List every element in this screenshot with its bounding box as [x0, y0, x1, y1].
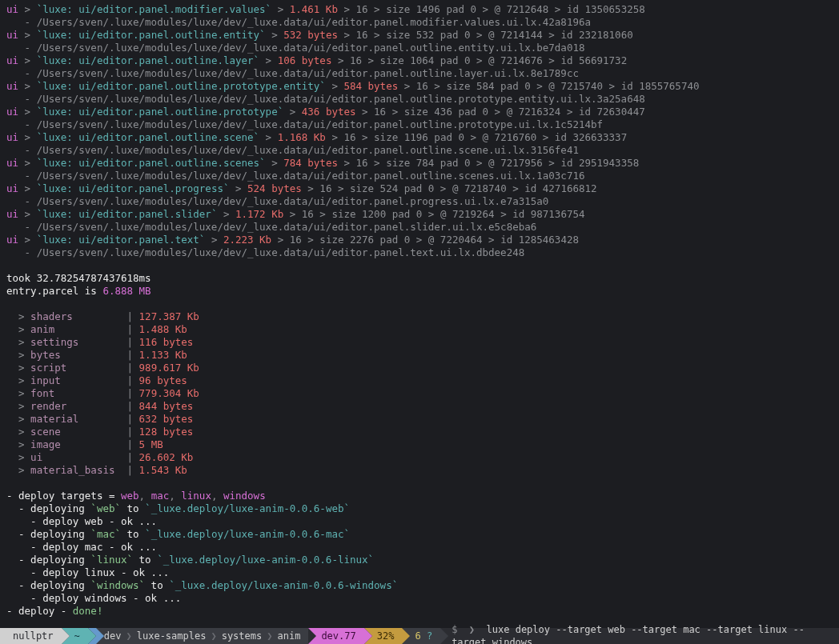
log-line: ui > `luxe: ui/editor.panel.outline.scen… — [6, 131, 833, 144]
log-line: > material | 632 bytes — [6, 413, 833, 426]
log-line: ui > `luxe: ui/editor.panel.progress` > … — [6, 182, 833, 195]
log-line: > material_basis | 1.543 Kb — [6, 464, 833, 477]
log-line: > shaders | 127.387 Kb — [6, 310, 833, 323]
log-line: took 32.78254787437618ms — [6, 272, 833, 285]
log-line: - /Users/sven/.luxe/modules/luxe/dev/_lu… — [6, 170, 833, 182]
log-line: ui > `luxe: ui/editor.panel.outline.enti… — [6, 29, 833, 42]
log-line: - deploy targets = web, mac, linux, wind… — [6, 490, 833, 502]
breadcrumb-item: dev — [104, 630, 122, 642]
log-line — [6, 298, 833, 310]
log-line: - /Users/sven/.luxe/modules/luxe/dev/_lu… — [6, 42, 833, 54]
status-host: nullptr — [0, 628, 62, 644]
status-bar: nullptr ~ dev ❯ luxe-samples ❯ systems ❯… — [0, 628, 839, 644]
log-line: - /Users/sven/.luxe/modules/luxe/dev/_lu… — [6, 93, 833, 106]
status-branch: dev.77 — [308, 628, 363, 644]
log-line: > render | 844 bytes — [6, 400, 833, 413]
log-line: ui > `luxe: ui/editor.panel.slider` > 1.… — [6, 208, 833, 221]
log-line: ui > `luxe: ui/editor.panel.outline.prot… — [6, 80, 833, 93]
log-line: > settings | 116 bytes — [6, 336, 833, 349]
log-line: - deploy mac - ok ... — [6, 541, 833, 554]
log-line: - deploying `web` to `_luxe.deploy/luxe-… — [6, 502, 833, 515]
log-line: > anim | 1.488 Kb — [6, 323, 833, 336]
log-line: - deploying `windows` to `_luxe.deploy/l… — [6, 579, 833, 592]
breadcrumb-item: systems — [222, 630, 263, 642]
breadcrumb-item: luxe-samples — [137, 630, 207, 642]
log-line: > image | 5 MB — [6, 438, 833, 451]
log-line: > font | 779.304 Kb — [6, 387, 833, 400]
log-line — [6, 259, 833, 272]
log-line: - deploying `mac` to `_luxe.deploy/luxe-… — [6, 528, 833, 541]
log-line: ui > `luxe: ui/editor.panel.outline.scen… — [6, 157, 833, 170]
log-line: > ui | 26.602 Kb — [6, 451, 833, 464]
log-line: - /Users/sven/.luxe/modules/luxe/dev/_lu… — [6, 195, 833, 208]
breadcrumb-item: anim — [277, 630, 300, 642]
log-line: - deploy linux - ok ... — [6, 566, 833, 579]
log-line — [6, 477, 833, 490]
typed-command: luxe deploy --target web --target mac --… — [452, 624, 805, 644]
log-line: - deploy - done! — [6, 605, 833, 618]
log-line: - /Users/sven/.luxe/modules/luxe/dev/_lu… — [6, 221, 833, 234]
status-breadcrumb: dev ❯ luxe-samples ❯ systems ❯ anim — [96, 628, 309, 644]
log-line: > scene | 128 bytes — [6, 426, 833, 438]
log-line: > bytes | 1.133 Kb — [6, 349, 833, 362]
log-line: ui > `luxe: ui/editor.panel.text` > 2.22… — [6, 234, 833, 246]
log-line: > script | 989.617 Kb — [6, 362, 833, 374]
log-line: ui > `luxe: ui/editor.panel.modifier.val… — [6, 3, 833, 16]
terminal-output[interactable]: ui > `luxe: ui/editor.panel.modifier.val… — [0, 0, 839, 618]
log-line: - /Users/sven/.luxe/modules/luxe/dev/_lu… — [6, 118, 833, 131]
log-line: ui > `luxe: ui/editor.panel.outline.laye… — [6, 54, 833, 67]
log-line: entry.parcel is 6.888 MB — [6, 285, 833, 298]
log-line: - /Users/sven/.luxe/modules/luxe/dev/_lu… — [6, 67, 833, 80]
log-line: > input | 96 bytes — [6, 374, 833, 387]
log-line: - deploy web - ok ... — [6, 515, 833, 528]
prompt-symbol: $ — [452, 624, 457, 635]
log-line: - deploying `linux` to `_luxe.deploy/lux… — [6, 554, 833, 566]
log-line: - /Users/sven/.luxe/modules/luxe/dev/_lu… — [6, 144, 833, 157]
prompt-area[interactable]: $ ❯ luxe deploy --target web --target ma… — [440, 623, 839, 644]
log-line: - /Users/sven/.luxe/modules/luxe/dev/_lu… — [6, 246, 833, 259]
log-line: ui > `luxe: ui/editor.panel.outline.prot… — [6, 106, 833, 118]
log-line: - /Users/sven/.luxe/modules/luxe/dev/_lu… — [6, 16, 833, 29]
log-line: - deploy windows - ok ... — [6, 592, 833, 605]
